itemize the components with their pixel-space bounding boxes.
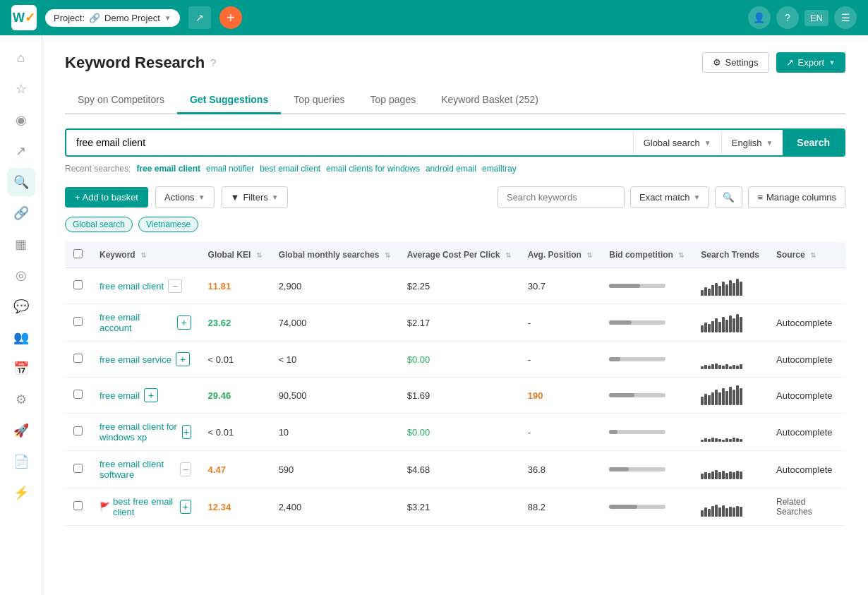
recent-search-1[interactable]: email notifier [206, 164, 254, 174]
scope-dropdown[interactable]: Global search ▼ [633, 132, 721, 154]
sidebar: ⌂ ☆ ◉ ↗ 🔍 🔗 ▦ ◎ 💬 👥 📅 ⚙ 🚀 📄 ⚡ [0, 35, 42, 595]
lang-caret: ▼ [766, 139, 773, 147]
keyword-link-3[interactable]: free email [100, 390, 140, 401]
settings-button[interactable]: ⚙ Settings [702, 52, 769, 73]
add-keyword-4[interactable]: + [182, 425, 191, 439]
tab-top-pages[interactable]: Top pages [358, 87, 429, 114]
sidebar-item-comments[interactable]: 💬 [7, 292, 35, 320]
keyword-link-0[interactable]: free email client [100, 281, 164, 292]
search-keywords-button[interactable]: 🔍 [715, 186, 742, 208]
help-icon-button[interactable]: ? [776, 6, 799, 29]
sidebar-item-bolt[interactable]: ⚡ [7, 479, 35, 507]
column-bid[interactable]: Bid competition ⇅ [601, 242, 692, 268]
export-button[interactable]: ↗ Export ▼ [776, 52, 845, 73]
sidebar-item-pdf[interactable]: 📄 [7, 447, 35, 476]
user-icon-button[interactable]: 👤 [748, 6, 771, 29]
select-all-checkbox[interactable] [73, 249, 83, 258]
row-select-5[interactable] [73, 464, 83, 473]
keyword-link-1[interactable]: free email account [100, 312, 173, 333]
recent-search-4[interactable]: android email [426, 164, 476, 174]
row-checkbox-2[interactable] [65, 342, 91, 378]
sidebar-item-links[interactable]: 🔗 [7, 199, 35, 227]
remove-keyword-0[interactable]: − [168, 279, 182, 293]
search-button[interactable]: Search [783, 130, 844, 155]
settings-icon: ⚙ [713, 57, 721, 68]
keyword-link-5[interactable]: free email client software [100, 459, 176, 480]
add-keyword-1[interactable]: + [177, 315, 191, 330]
column-cpc[interactable]: Average Cost Per Click ⇅ [399, 242, 519, 268]
sidebar-item-settings[interactable]: ⚙ [7, 385, 35, 414]
column-source[interactable]: Source ⇅ [768, 242, 845, 268]
sidebar-item-location[interactable]: ◎ [7, 261, 35, 289]
sidebar-item-rocket[interactable]: 🚀 [7, 416, 35, 445]
tab-top-queries[interactable]: Top queries [281, 87, 357, 114]
recent-search-5[interactable]: emailtray [482, 164, 517, 174]
row-select-1[interactable] [73, 317, 83, 326]
select-all-header[interactable] [65, 242, 91, 268]
row-checkbox-5[interactable] [65, 451, 91, 488]
remove-keyword-5[interactable]: − [180, 462, 191, 476]
sidebar-item-star[interactable]: ☆ [7, 75, 35, 103]
row-checkbox-6[interactable] [65, 488, 91, 526]
open-project-button[interactable]: ↗ [188, 6, 211, 29]
sidebar-item-calendar[interactable]: 📅 [7, 354, 35, 383]
exact-match-dropdown[interactable]: Exact match ▼ [630, 186, 709, 208]
add-keyword-3[interactable]: + [144, 388, 158, 402]
project-name: Demo Project [104, 13, 160, 23]
row-source-4: Autocomplete [768, 414, 845, 451]
row-select-3[interactable] [73, 390, 83, 399]
recent-search-3[interactable]: email clients for windows [326, 164, 420, 174]
sort-icon-kei: ⇅ [256, 251, 262, 259]
row-checkbox-3[interactable] [65, 378, 91, 414]
row-monthly-0: 2,900 [270, 268, 399, 304]
filter-tag-0[interactable]: Global search [65, 217, 133, 232]
row-select-0[interactable] [73, 280, 83, 289]
column-avg-pos[interactable]: Avg. Position ⇅ [519, 242, 601, 268]
keyword-link-4[interactable]: free email client for windows xp [100, 421, 178, 443]
row-select-6[interactable] [73, 501, 83, 510]
sidebar-item-search[interactable]: 🔍 [7, 168, 35, 196]
keywords-table: Keyword ⇅ Global KEI ⇅ Global monthly se… [65, 242, 845, 526]
tab-spy-on-competitors[interactable]: Spy on Competitors [65, 87, 177, 114]
main-content: Keyword Research ? ⚙ Settings ↗ Export ▼… [42, 35, 868, 595]
actions-dropdown-button[interactable]: Actions ▼ [155, 186, 215, 208]
add-keyword-2[interactable]: + [176, 352, 190, 366]
keyword-link-2[interactable]: free email service [100, 354, 171, 365]
keyword-link-6[interactable]: best free email client [113, 496, 176, 517]
sidebar-item-analytics[interactable]: ◉ [7, 106, 35, 134]
sidebar-item-trends[interactable]: ↗ [7, 137, 35, 165]
recent-search-2[interactable]: best email client [260, 164, 320, 174]
tab-keyword-basket[interactable]: Keyword Basket (252) [428, 87, 551, 114]
filters-button[interactable]: ▼ Filters ▼ [222, 186, 288, 208]
row-keyword-5: free email client software− [91, 451, 200, 488]
search-keywords-input[interactable] [498, 186, 625, 208]
sidebar-item-home[interactable]: ⌂ [7, 44, 35, 72]
sidebar-item-team[interactable]: 👥 [7, 323, 35, 351]
filter-tag-1[interactable]: Vietnamese [138, 217, 198, 232]
row-checkbox-1[interactable] [65, 304, 91, 342]
page-title-row: Keyword Research ? [65, 54, 216, 72]
add-new-button[interactable]: + [219, 6, 242, 29]
language-dropdown[interactable]: English ▼ [721, 132, 783, 154]
sidebar-item-charts[interactable]: ▦ [7, 230, 35, 258]
row-checkbox-0[interactable] [65, 268, 91, 304]
language-selector[interactable]: EN [804, 10, 828, 26]
column-monthly[interactable]: Global monthly searches ⇅ [270, 242, 399, 268]
tab-get-suggestions[interactable]: Get Suggestions [177, 87, 281, 114]
recent-search-0[interactable]: free email client [136, 164, 200, 174]
search-input[interactable] [66, 130, 633, 155]
row-select-4[interactable] [73, 426, 83, 435]
column-kei[interactable]: Global KEI ⇅ [200, 242, 270, 268]
export-icon: ↗ [786, 57, 794, 68]
row-keyword-3: free email+ [91, 378, 200, 414]
row-checkbox-4[interactable] [65, 414, 91, 451]
manage-columns-button[interactable]: ≡ Manage columns [748, 186, 845, 208]
row-select-2[interactable] [73, 354, 83, 363]
column-keyword[interactable]: Keyword ⇅ [91, 242, 200, 268]
add-to-basket-button[interactable]: + Add to basket [65, 187, 148, 208]
project-selector[interactable]: Project: 🔗 Demo Project ▼ [45, 9, 180, 27]
row-monthly-2: < 10 [270, 342, 399, 378]
add-keyword-6[interactable]: + [180, 500, 191, 514]
menu-icon-button[interactable]: ☰ [834, 6, 857, 29]
page-help-icon[interactable]: ? [210, 56, 216, 68]
